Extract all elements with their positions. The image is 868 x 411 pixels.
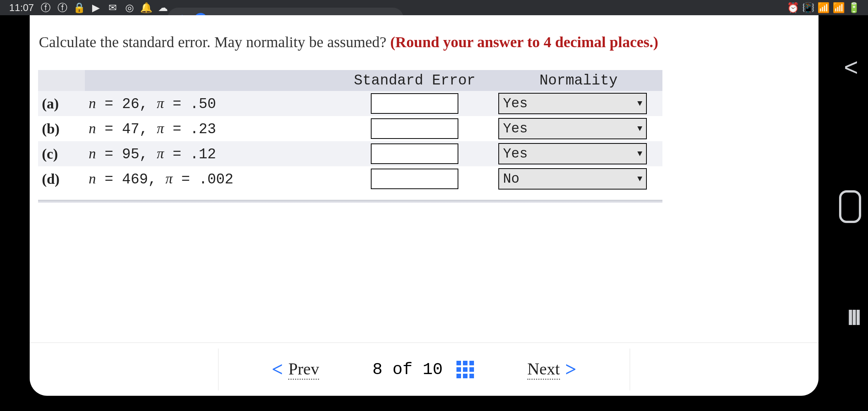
header-blank2 bbox=[85, 70, 335, 91]
header-blank bbox=[38, 70, 85, 91]
header-standard-error: Standard Error bbox=[335, 70, 495, 91]
instagram-icon: ◎ bbox=[124, 3, 134, 13]
standard-error-input[interactable] bbox=[371, 143, 458, 164]
device-home-button[interactable] bbox=[839, 190, 861, 223]
facebook-icon: ⓕ bbox=[57, 3, 67, 13]
device-recent-button[interactable]: III bbox=[847, 304, 859, 330]
battery-icon: 🔋 bbox=[849, 3, 859, 13]
dropdown-icon: ▼ bbox=[637, 124, 642, 134]
pager-footer: < Prev 8 of 10 Next > bbox=[30, 342, 819, 396]
chevron-left-icon: < bbox=[272, 358, 283, 381]
standard-error-input[interactable] bbox=[371, 93, 458, 114]
chevron-right-icon: > bbox=[565, 358, 577, 381]
row-label: (a) bbox=[38, 91, 85, 116]
normality-select[interactable]: Yes▼ bbox=[498, 93, 647, 114]
row-label: (c) bbox=[38, 141, 85, 166]
mail-icon: ✉ bbox=[108, 3, 118, 13]
page-count: 8 of 10 bbox=[372, 360, 443, 379]
alarm-icon: ⏰ bbox=[788, 3, 798, 13]
answer-table: Standard Error Normality (a) n = 26, π =… bbox=[38, 70, 662, 191]
standard-error-input[interactable] bbox=[371, 118, 458, 139]
device-back-button[interactable]: < bbox=[844, 53, 858, 81]
table-header-row: Standard Error Normality bbox=[38, 70, 662, 91]
header-normality: Normality bbox=[495, 70, 662, 91]
page-indicator: 8 of 10 bbox=[372, 360, 474, 379]
divider bbox=[218, 349, 219, 390]
content-card: Calculate the standard error. May normal… bbox=[30, 15, 819, 396]
android-status-bar: 11:07 ⓕ ⓕ 🔒 ▶ ✉ ◎ 🔔 ☁ ⏰ 📳 📶 📶 🔋 bbox=[0, 0, 868, 15]
prompt-text: Calculate the standard error. May normal… bbox=[39, 33, 390, 51]
divider bbox=[630, 349, 630, 390]
row-label: (d) bbox=[38, 166, 85, 191]
youtube-icon: ▶ bbox=[91, 3, 101, 13]
row-params: n = 47, π = .23 bbox=[85, 116, 335, 141]
dropdown-icon: ▼ bbox=[637, 99, 642, 108]
table-bottom-rule bbox=[38, 200, 662, 203]
row-params: n = 469, π = .002 bbox=[85, 166, 335, 191]
wifi-icon: 📶 bbox=[819, 3, 828, 13]
facebook-icon: ⓕ bbox=[41, 3, 51, 13]
table-row: (b) n = 47, π = .23 Yes▼ bbox=[38, 116, 662, 141]
row-params: n = 26, π = .50 bbox=[85, 91, 335, 116]
table-row: (c) n = 95, π = .12 Yes▼ bbox=[38, 141, 662, 166]
normality-select[interactable]: Yes▼ bbox=[498, 143, 647, 164]
status-clock: 11:07 bbox=[9, 2, 34, 14]
row-params: n = 95, π = .12 bbox=[85, 141, 335, 166]
prompt-hint: (Round your answer to 4 decimal places.) bbox=[390, 33, 658, 51]
table-row: (a) n = 26, π = .50 Yes▼ bbox=[38, 91, 662, 116]
bell-icon: 🔔 bbox=[141, 3, 151, 13]
dropdown-icon: ▼ bbox=[637, 174, 642, 184]
lock-icon: 🔒 bbox=[74, 3, 84, 13]
vibrate-icon: 📳 bbox=[803, 3, 813, 13]
signal-icon: 📶 bbox=[834, 3, 844, 13]
grid-icon[interactable] bbox=[456, 361, 474, 378]
normality-select[interactable]: Yes▼ bbox=[498, 118, 647, 139]
prev-button[interactable]: < Prev bbox=[272, 358, 319, 381]
normality-select[interactable]: No▼ bbox=[498, 168, 647, 190]
cloud-icon: ☁ bbox=[158, 3, 168, 13]
question-prompt: Calculate the standard error. May normal… bbox=[30, 15, 819, 57]
dropdown-icon: ▼ bbox=[637, 149, 642, 159]
next-button[interactable]: Next > bbox=[527, 358, 576, 381]
row-label: (b) bbox=[38, 116, 85, 141]
standard-error-input[interactable] bbox=[371, 169, 458, 189]
table-row: (d) n = 469, π = .002 No▼ bbox=[38, 166, 662, 191]
